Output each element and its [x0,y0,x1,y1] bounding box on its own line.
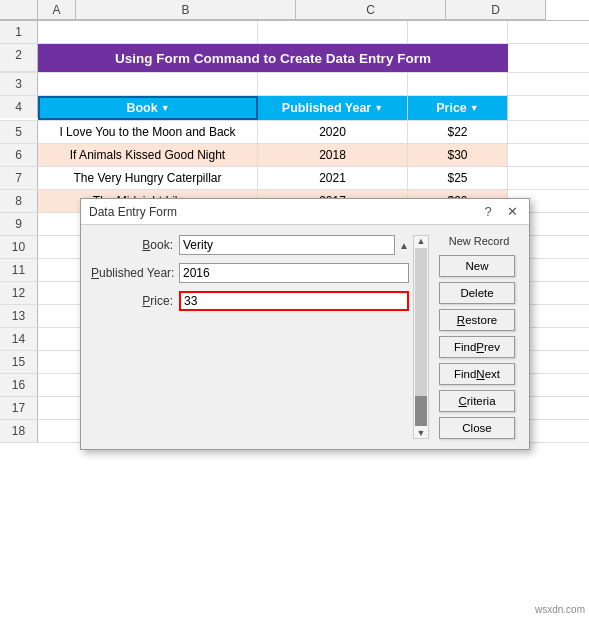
dialog-buttons: New Record New Delete Restore Find Prev … [439,235,519,439]
dialog-close-button[interactable]: ✕ [503,204,521,219]
cell-1d [408,21,508,43]
header-price: Price ▼ [408,96,508,120]
watermark: wsxdn.com [535,604,585,615]
year-form-row: Published Year: [91,263,409,283]
row-num-12: 12 [0,282,38,304]
new-button[interactable]: New [439,255,515,277]
book-input-wrap: ▲ [179,235,409,255]
dialog-title-buttons: ? ✕ [479,204,521,219]
dialog-title: Data Entry Form [89,205,177,219]
cell-6c: 2018 [258,144,408,166]
col-header-c: C [296,0,446,20]
year-input-wrap [179,263,409,283]
row-num-5: 5 [0,121,38,143]
title-spacer: 2 [0,44,38,72]
cell-3b [38,73,258,95]
row-num-6: 6 [0,144,38,166]
dialog-help-button[interactable]: ? [479,204,497,219]
row-num-1: 1 [0,21,38,43]
cell-5b: I Love You to the Moon and Back [38,121,258,143]
restore-button[interactable]: Restore [439,309,515,331]
row-num-15: 15 [0,351,38,373]
price-input-wrap [179,291,409,311]
dialog-body: Book: ▲ Published Year: Price: [81,225,529,449]
row-num-4: 4 [0,96,38,118]
year-label: Published Year: [91,266,179,280]
cell-7d: $25 [408,167,508,189]
scrollbar-down-icon[interactable]: ▼ [417,428,426,438]
row-num-11: 11 [0,259,38,281]
cell-5d: $22 [408,121,508,143]
row-num-17: 17 [0,397,38,419]
cell-6b: If Animals Kissed Good Night [38,144,258,166]
find-prev-button[interactable]: Find Prev [439,336,515,358]
book-scroll-up-icon[interactable]: ▲ [399,240,409,251]
row-num-8: 8 [0,190,38,212]
row-3: 3 [0,73,589,96]
cell-1b [38,21,258,43]
price-dropdown-icon[interactable]: ▼ [470,103,479,113]
row-num-10: 10 [0,236,38,258]
table-row: 7 The Very Hungry Caterpillar 2021 $25 [0,167,589,190]
header-year: Published Year ▼ [258,96,408,120]
book-dropdown-icon[interactable]: ▼ [161,103,170,113]
table-row: 6 If Animals Kissed Good Night 2018 $30 [0,144,589,167]
table-row: 5 I Love You to the Moon and Back 2020 $… [0,121,589,144]
col-header-b: B [76,0,296,20]
new-record-label: New Record [439,235,519,247]
book-label: Book: [91,238,179,252]
table-header-row: 4 Book ▼ Published Year ▼ Price ▼ [0,96,589,121]
col-header-a: A [38,0,76,20]
cell-3c [258,73,408,95]
book-form-row: Book: ▲ [91,235,409,255]
delete-button[interactable]: Delete [439,282,515,304]
criteria-button[interactable]: Criteria [439,390,515,412]
row-num-13: 13 [0,305,38,327]
price-input[interactable] [179,291,409,311]
row-1: 1 [0,21,589,44]
row-num-14: 14 [0,328,38,350]
cell-7b: The Very Hungry Caterpillar [38,167,258,189]
row-num-16: 16 [0,374,38,396]
price-label: Price: [91,294,179,308]
header-book: Book ▼ [38,96,258,120]
spreadsheet-title: Using Form Command to Create Data Entry … [38,44,508,72]
col-header-d: D [446,0,546,20]
data-entry-dialog: Data Entry Form ? ✕ Book: ▲ Published Y [80,198,530,450]
row-num-7: 7 [0,167,38,189]
cell-3d [408,73,508,95]
price-form-row: Price: [91,291,409,311]
column-headers: A B C D [0,0,589,21]
book-input[interactable] [179,235,395,255]
year-input[interactable] [179,263,409,283]
cell-5c: 2020 [258,121,408,143]
cell-1c [258,21,408,43]
dialog-titlebar: Data Entry Form ? ✕ [81,199,529,225]
cell-6d: $30 [408,144,508,166]
dialog-form: Book: ▲ Published Year: Price: [91,235,409,439]
scrollbar-track[interactable] [415,248,427,426]
cell-7c: 2021 [258,167,408,189]
row-num-18: 18 [0,420,38,442]
title-row: 2 Using Form Command to Create Data Entr… [0,44,589,73]
year-dropdown-icon[interactable]: ▼ [374,103,383,113]
scrollbar-up-icon[interactable]: ▲ [417,236,426,246]
scrollbar-thumb[interactable] [415,396,427,426]
close-dialog-button[interactable]: Close [439,417,515,439]
corner-cell [0,0,38,20]
find-next-button[interactable]: Find Next [439,363,515,385]
row-num-3: 3 [0,73,38,95]
row-num-9: 9 [0,213,38,235]
